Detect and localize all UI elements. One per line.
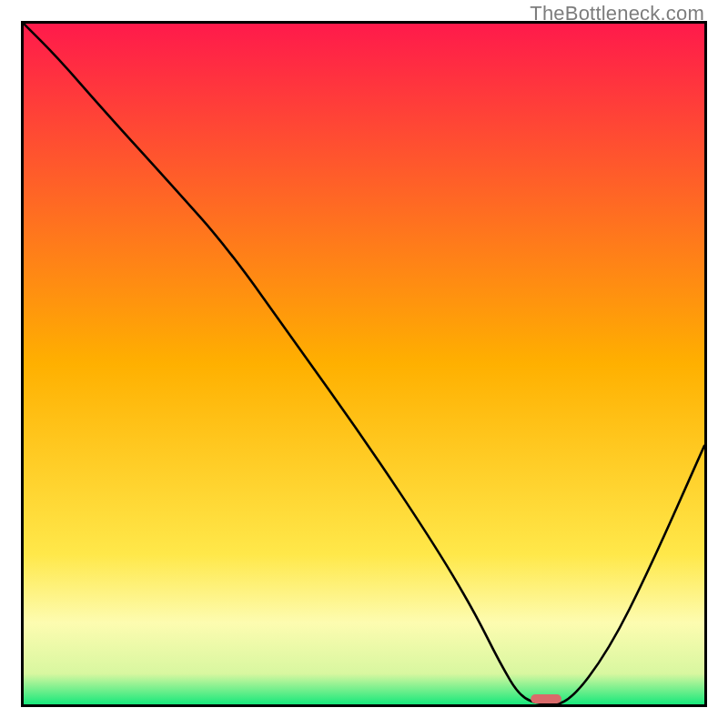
chart-svg <box>24 24 704 704</box>
svg-rect-0 <box>24 24 704 704</box>
bottleneck-chart <box>24 24 704 704</box>
svg-rect-1 <box>531 694 561 703</box>
